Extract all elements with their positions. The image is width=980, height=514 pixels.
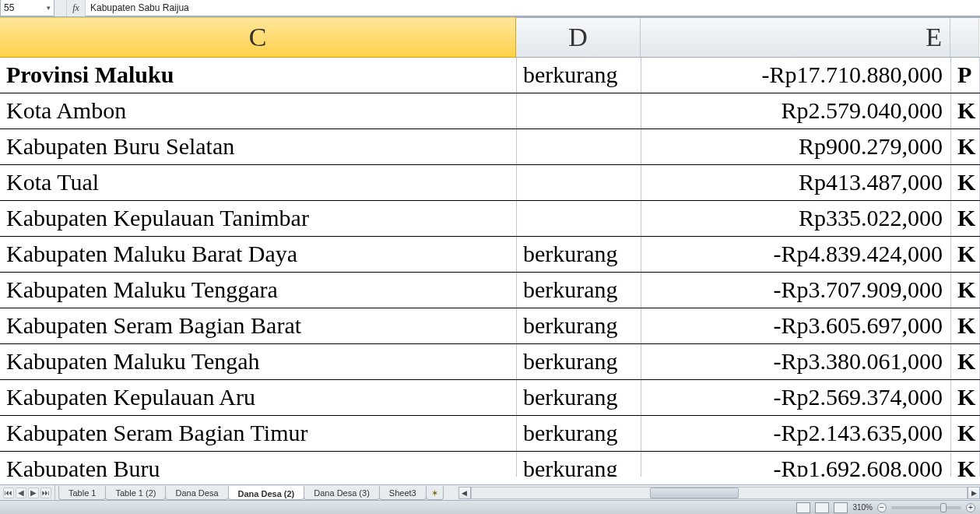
formula-input[interactable]: Kabupaten Sabu Raijua: [86, 0, 980, 16]
col-header-c[interactable]: C: [0, 17, 516, 58]
column-headers: C D E: [0, 17, 980, 58]
tab-nav-first-icon[interactable]: ⏮: [3, 488, 14, 498]
cell-e[interactable]: Rp2.579.040,000: [641, 93, 951, 128]
cell-e[interactable]: Rp413.487,000: [641, 165, 951, 200]
fx-icon[interactable]: fx: [67, 0, 86, 16]
table-row: Kabupaten Buruberkurang-Rp1.692.608,000K: [0, 452, 980, 477]
cell-d[interactable]: berkurang: [517, 308, 641, 343]
sheet-tab[interactable]: Dana Desa: [165, 486, 228, 500]
table-row: Kabupaten Maluku Tengahberkurang-Rp3.380…: [0, 344, 980, 380]
cell-c[interactable]: Kabupaten Seram Bagian Timur: [0, 416, 517, 451]
cell-e[interactable]: -Rp3.605.697,000: [641, 308, 951, 343]
table-row: Kabupaten Maluku Tenggaraberkurang-Rp3.7…: [0, 273, 980, 308]
cell-c[interactable]: Kabupaten Maluku Tenggara: [0, 273, 517, 308]
cell-d[interactable]: [517, 165, 641, 200]
cell-c[interactable]: Kabupaten Buru Selatan: [0, 129, 517, 164]
cell-d[interactable]: berkurang: [517, 344, 641, 379]
cell-e[interactable]: -Rp2.143.635,000: [641, 416, 951, 451]
view-normal-icon[interactable]: [796, 502, 810, 513]
cell-d[interactable]: [517, 93, 641, 128]
table-row: Kabupaten Seram Bagian Baratberkurang-Rp…: [0, 308, 980, 344]
table-row: Kota TualRp413.487,000K: [0, 165, 980, 201]
new-sheet-icon[interactable]: ✶: [426, 486, 444, 500]
zoom-in-icon[interactable]: +: [966, 503, 975, 512]
status-bar: 310% − +: [0, 500, 980, 514]
cell-f[interactable]: K: [951, 93, 980, 128]
cell-d[interactable]: berkurang: [517, 416, 641, 451]
data-rows: Provinsi Malukuberkurang-Rp17.710.880,00…: [0, 58, 980, 477]
cell-c[interactable]: Kota Ambon: [0, 93, 517, 128]
sheet-tab[interactable]: Table 1 (2): [105, 486, 166, 500]
tab-nav-last-icon[interactable]: ⏭: [40, 488, 51, 498]
cell-e[interactable]: -Rp3.380.061,000: [641, 344, 951, 379]
cell-c[interactable]: Kabupaten Buru: [0, 452, 517, 477]
view-page-break-icon[interactable]: [834, 502, 848, 513]
name-box-dropdown-icon[interactable]: ▾: [47, 4, 51, 12]
cell-c[interactable]: Kabupaten Maluku Tengah: [0, 344, 517, 379]
cell-e[interactable]: -Rp2.569.374,000: [641, 380, 951, 415]
formula-bar: 55 ▾ fx Kabupaten Sabu Raijua: [0, 0, 980, 17]
cell-c[interactable]: Provinsi Maluku: [0, 58, 517, 93]
view-page-layout-icon[interactable]: [815, 502, 829, 513]
cell-f[interactable]: K: [951, 273, 980, 308]
cell-f[interactable]: K: [951, 165, 980, 200]
cell-d[interactable]: [517, 201, 641, 236]
table-row: Kabupaten Kepulauan TanimbarRp335.022,00…: [0, 201, 980, 237]
sheet-tab[interactable]: Sheet3: [379, 486, 427, 500]
table-row: Kabupaten Maluku Barat Dayaberkurang-Rp4…: [0, 237, 980, 273]
cell-e[interactable]: Rp335.022,000: [641, 201, 951, 236]
cell-d[interactable]: [517, 129, 641, 164]
name-box[interactable]: 55 ▾: [0, 0, 54, 16]
cell-d[interactable]: berkurang: [517, 58, 641, 93]
col-header-f[interactable]: [950, 18, 979, 57]
sheet-tab[interactable]: Table 1: [58, 486, 106, 500]
cell-f[interactable]: K: [951, 237, 980, 272]
sheet-tab[interactable]: Dana Desa (2): [228, 486, 305, 500]
horizontal-scrollbar[interactable]: ◀ ▶: [458, 485, 980, 500]
table-row: Kabupaten Seram Bagian Timurberkurang-Rp…: [0, 416, 980, 452]
cell-c[interactable]: Kabupaten Maluku Barat Daya: [0, 237, 517, 272]
cell-e[interactable]: -Rp1.692.608,000: [641, 452, 951, 477]
cell-d[interactable]: berkurang: [517, 380, 641, 415]
tab-nav: ⏮ ◀ ▶ ⏭: [0, 485, 55, 500]
hscroll-thumb[interactable]: [650, 488, 739, 498]
cell-f[interactable]: K: [951, 416, 980, 451]
formula-bar-separator: [54, 0, 67, 16]
cell-e[interactable]: -Rp3.707.909,000: [641, 273, 951, 308]
cell-f[interactable]: K: [951, 452, 980, 477]
cell-e[interactable]: -Rp4.839.424,000: [641, 237, 951, 272]
col-header-e[interactable]: E: [641, 18, 950, 57]
cell-f[interactable]: K: [951, 344, 980, 379]
cell-e[interactable]: Rp900.279,000: [641, 129, 951, 164]
cell-c[interactable]: Kabupaten Seram Bagian Barat: [0, 308, 517, 343]
zoom-label: 310%: [852, 503, 873, 512]
cell-c[interactable]: Kota Tual: [0, 165, 517, 200]
zoom-out-icon[interactable]: −: [877, 503, 887, 512]
cell-f[interactable]: P: [951, 58, 980, 93]
sheet-tabs: Table 1Table 1 (2)Dana DesaDana Desa (2)…: [55, 485, 443, 500]
cell-d[interactable]: berkurang: [517, 452, 641, 477]
cell-d[interactable]: berkurang: [517, 237, 641, 272]
hscroll-track[interactable]: [471, 487, 968, 499]
cell-f[interactable]: K: [951, 201, 980, 236]
table-row: Kota AmbonRp2.579.040,000K: [0, 93, 980, 129]
tab-nav-prev-icon[interactable]: ◀: [16, 488, 26, 498]
table-row: Kabupaten Buru SelatanRp900.279,000K: [0, 129, 980, 165]
zoom-slider[interactable]: [891, 506, 961, 509]
cell-f[interactable]: K: [951, 129, 980, 164]
cell-f[interactable]: K: [951, 308, 980, 343]
tab-nav-next-icon[interactable]: ▶: [28, 488, 39, 498]
cell-f[interactable]: K: [951, 380, 980, 415]
col-header-d[interactable]: D: [516, 18, 641, 57]
zoom-slider-handle[interactable]: [940, 503, 947, 512]
table-row: Provinsi Malukuberkurang-Rp17.710.880,00…: [0, 58, 980, 93]
cell-c[interactable]: Kabupaten Kepulauan Tanimbar: [0, 201, 517, 236]
formula-text: Kabupaten Sabu Raijua: [90, 2, 189, 13]
hscroll-left-icon[interactable]: ◀: [458, 487, 471, 499]
cell-e[interactable]: -Rp17.710.880,000: [641, 58, 951, 93]
hscroll-right-icon[interactable]: ▶: [968, 487, 980, 499]
sheet-tab[interactable]: Dana Desa (3): [304, 486, 380, 500]
cell-c[interactable]: Kabupaten Kepulauan Aru: [0, 380, 517, 415]
spreadsheet-grid[interactable]: C D E Provinsi Malukuberkurang-Rp17.710.…: [0, 17, 980, 477]
cell-d[interactable]: berkurang: [517, 273, 641, 308]
